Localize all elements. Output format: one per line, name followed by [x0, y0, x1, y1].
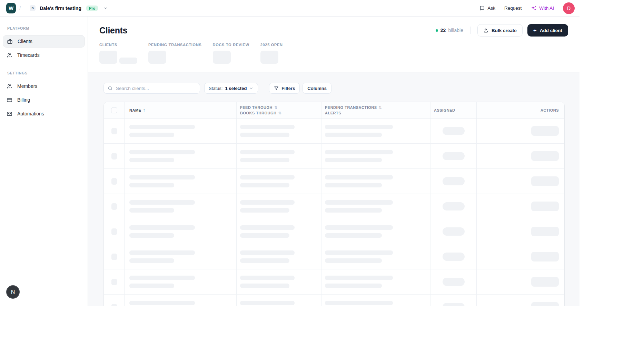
- billable-count: 22: [440, 28, 446, 33]
- add-client-button[interactable]: + Add client: [527, 24, 568, 37]
- table-row[interactable]: [104, 244, 564, 269]
- search-icon: [108, 86, 113, 91]
- table-row[interactable]: [104, 169, 564, 194]
- stat-docs-to-review: DOCS TO REVIEW: [213, 43, 249, 64]
- sidebar-item-members[interactable]: Members: [3, 80, 85, 92]
- skeleton-bar: [129, 233, 174, 238]
- billable-count-wrap: 22 billable: [436, 28, 463, 33]
- add-client-label: Add client: [540, 28, 562, 33]
- page-header: Clients 22 billable Bulk create: [88, 17, 579, 72]
- sidebar-item-billing[interactable]: Billing: [3, 94, 85, 106]
- name-cell: [125, 144, 237, 168]
- stat-label: CLIENTS: [99, 43, 137, 47]
- header-actions: 22 billable Bulk create + Add cl: [436, 24, 568, 37]
- search-input[interactable]: [116, 86, 196, 91]
- breadcrumb: W / D Dale's firm testing Pro: [6, 3, 108, 13]
- user-avatar[interactable]: D: [563, 2, 575, 14]
- chat-launcher-button[interactable]: N: [6, 285, 20, 299]
- name-cell: [125, 219, 237, 244]
- skeleton-bar: [240, 133, 289, 137]
- columns-button[interactable]: Columns: [303, 83, 331, 94]
- table-row[interactable]: [104, 295, 564, 306]
- filters-button[interactable]: Filters: [269, 83, 300, 94]
- funnel-icon: [274, 86, 279, 91]
- skeleton-bar: [240, 225, 295, 230]
- assigned-cell: [430, 244, 477, 269]
- actions-cell: [477, 194, 564, 219]
- sidebar-section-platform: PLATFORM: [7, 26, 85, 30]
- pending-alerts-cell: [321, 144, 430, 168]
- ask-button[interactable]: Ask: [479, 5, 495, 11]
- column-header-name[interactable]: NAME↑: [125, 102, 237, 118]
- chevron-down-icon: [249, 86, 254, 91]
- name-cell: [125, 295, 237, 306]
- table-row[interactable]: [104, 269, 564, 295]
- status-filter-dropdown[interactable]: Status: 1 selected: [204, 83, 258, 94]
- select-all-checkbox[interactable]: [111, 107, 117, 113]
- name-cell: [125, 119, 237, 143]
- feed-books-cell: [237, 194, 321, 219]
- actions-skeleton: [531, 277, 559, 287]
- request-button[interactable]: Request: [504, 6, 522, 11]
- stat-skeleton: [260, 51, 278, 64]
- billable-status-dot: [436, 29, 438, 32]
- actions-skeleton: [531, 202, 559, 211]
- column-label: BOOKS THROUGH: [240, 110, 277, 116]
- skeleton-bar: [325, 133, 382, 137]
- table-row[interactable]: [104, 194, 564, 219]
- table-row[interactable]: [104, 144, 564, 169]
- column-header-actions: ACTIONS: [477, 102, 564, 118]
- with-ai-label: With AI: [539, 6, 554, 11]
- name-cell: [125, 269, 237, 294]
- workspace-logo[interactable]: W: [6, 3, 16, 13]
- people-icon: [6, 83, 12, 89]
- user-avatar-letter: D: [567, 6, 571, 11]
- assigned-cell: [430, 269, 477, 294]
- sort-asc-icon: ↑: [143, 107, 145, 113]
- bulk-create-label: Bulk create: [492, 28, 517, 33]
- upload-icon: [483, 28, 488, 33]
- sidebar-item-timecards[interactable]: Timecards: [3, 49, 85, 61]
- skeleton-bar: [240, 276, 295, 280]
- org-switcher-chevron-icon[interactable]: [103, 6, 108, 10]
- name-cell: [125, 194, 237, 219]
- stat-pending-transactions: PENDING TRANSACTIONS: [148, 43, 202, 64]
- sparkle-icon: [531, 5, 537, 11]
- skeleton-bar: [129, 284, 174, 288]
- actions-cell: [477, 219, 564, 244]
- sidebar-item-clients[interactable]: Clients: [3, 35, 85, 48]
- stat-label: PENDING TRANSACTIONS: [148, 43, 202, 47]
- top-bar: W / D Dale's firm testing Pro Ask Reques…: [0, 0, 579, 17]
- assigned-cell: [430, 169, 477, 194]
- row-checkbox-cell: [104, 295, 125, 306]
- skeleton-bar: [240, 258, 289, 263]
- column-header-pending-alerts[interactable]: PENDING TRANSACTIONS⇅ ALERTS: [321, 102, 430, 118]
- skeleton-bar: [129, 258, 174, 263]
- skeleton-bar: [325, 125, 393, 129]
- columns-label: Columns: [307, 86, 327, 91]
- column-label: PENDING TRANSACTIONS: [325, 105, 377, 110]
- skeleton-bar: [240, 250, 295, 255]
- search-box: [103, 83, 200, 94]
- column-label: ALERTS: [325, 110, 341, 116]
- with-ai-button[interactable]: With AI: [531, 5, 554, 11]
- skeleton-bar: [325, 208, 382, 213]
- org-name[interactable]: Dale's firm testing: [40, 6, 81, 11]
- table-row[interactable]: [104, 119, 564, 144]
- skeleton-bar: [325, 250, 393, 255]
- billable-label: billable: [448, 28, 463, 33]
- breadcrumb-separator: /: [19, 5, 21, 11]
- screenshot-canvas: W / D Dale's firm testing Pro Ask Reques…: [0, 0, 644, 339]
- sidebar-item-label: Clients: [18, 39, 32, 44]
- app-window: W / D Dale's firm testing Pro Ask Reques…: [0, 0, 579, 306]
- skeleton-bar: [325, 175, 393, 179]
- bulk-create-button[interactable]: Bulk create: [477, 24, 523, 37]
- sidebar-item-automations[interactable]: Automations: [3, 107, 85, 120]
- table-row[interactable]: [104, 219, 564, 244]
- column-label: ACTIONS: [541, 107, 559, 113]
- row-checkbox-cell: [104, 269, 125, 294]
- skeleton-bar: [240, 200, 295, 205]
- row-checkbox-skeleton: [111, 178, 117, 185]
- column-header-feed-books-through[interactable]: FEED THROUGH⇅ BOOKS THROUGH⇅: [237, 102, 321, 118]
- assigned-skeleton: [443, 253, 465, 261]
